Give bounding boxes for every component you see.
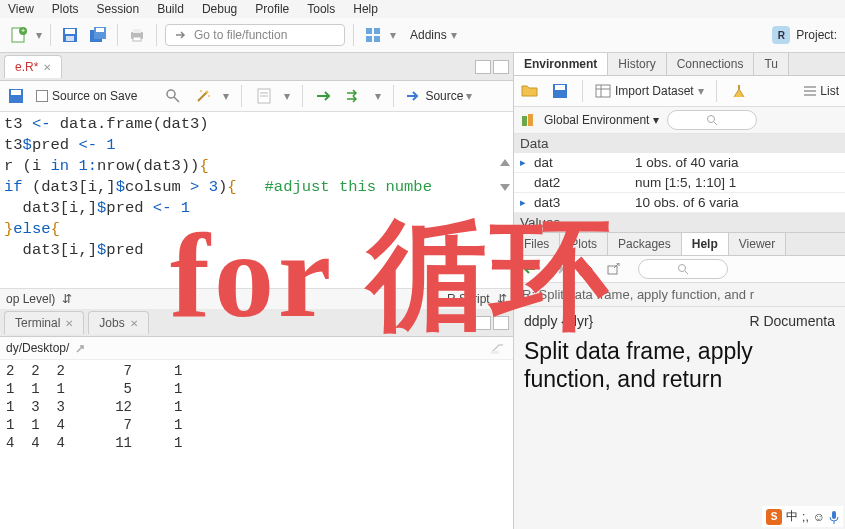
scrollbar-vertical[interactable] xyxy=(499,116,511,156)
close-icon[interactable]: ✕ xyxy=(65,318,73,329)
menu-debug[interactable]: Debug xyxy=(202,2,237,16)
goto-file-input[interactable]: Go to file/function xyxy=(165,24,345,46)
minimize-pane-icon[interactable] xyxy=(475,60,491,74)
menu-help[interactable]: Help xyxy=(353,2,378,16)
env-row[interactable]: ▸dat310 obs. of 6 varia xyxy=(514,193,845,213)
import-dataset-button[interactable]: Import Dataset▾ xyxy=(595,84,704,98)
svg-rect-30 xyxy=(596,85,610,97)
close-icon[interactable]: ✕ xyxy=(43,62,51,73)
menu-view[interactable]: View xyxy=(8,2,34,16)
env-row[interactable]: dat2num [1:5, 1:10] 1 xyxy=(514,173,845,193)
new-file-icon[interactable]: + xyxy=(8,24,30,46)
tab-tutorial[interactable]: Tu xyxy=(754,53,789,75)
ime-emoji-icon[interactable]: ☺ xyxy=(813,510,825,524)
svg-rect-13 xyxy=(374,28,380,34)
source-tabbar: e.R* ✕ xyxy=(0,53,513,81)
source-on-save-checkbox[interactable]: Source on Save xyxy=(36,89,137,103)
env-section-values: Values xyxy=(514,213,845,232)
ime-punct[interactable]: ;, xyxy=(802,510,809,524)
help-tabbar: Files Plots Packages Help Viewer xyxy=(514,233,845,256)
working-dir[interactable]: dy/Desktop/ xyxy=(6,341,69,355)
save-source-icon[interactable] xyxy=(6,87,26,105)
expand-icon[interactable]: ▸ xyxy=(520,196,530,209)
wand-icon[interactable] xyxy=(193,87,213,105)
run-line-icon[interactable] xyxy=(315,87,335,105)
svg-rect-12 xyxy=(366,28,372,34)
svg-rect-17 xyxy=(11,90,21,95)
back-icon[interactable] xyxy=(520,260,540,278)
maximize-pane-icon[interactable] xyxy=(493,316,509,330)
project-label[interactable]: Project: xyxy=(796,28,837,42)
menu-build[interactable]: Build xyxy=(157,2,184,16)
load-workspace-icon[interactable] xyxy=(520,82,540,100)
tab-connections[interactable]: Connections xyxy=(667,53,755,75)
list-view-button[interactable]: List xyxy=(803,84,839,98)
tab-packages[interactable]: Packages xyxy=(608,233,682,255)
forward-icon[interactable] xyxy=(548,260,568,278)
report-icon[interactable] xyxy=(254,87,274,105)
popout-icon[interactable] xyxy=(75,342,89,354)
save-all-icon[interactable] xyxy=(87,24,109,46)
tab-terminal[interactable]: Terminal✕ xyxy=(4,311,84,334)
env-row[interactable]: ▸dat1 obs. of 40 varia xyxy=(514,153,845,173)
help-toolbar xyxy=(514,256,845,283)
ime-status-tray: S 中 ;, ☺ xyxy=(762,506,843,527)
clear-console-icon[interactable] xyxy=(487,339,507,357)
print-icon[interactable] xyxy=(126,24,148,46)
language-selector[interactable]: R Script ⇵ xyxy=(447,292,507,306)
grid-icon[interactable] xyxy=(362,24,384,46)
tab-jobs[interactable]: Jobs✕ xyxy=(88,311,148,334)
env-data-table: Data ▸dat1 obs. of 40 variadat2num [1:5,… xyxy=(514,134,845,232)
tab-help[interactable]: Help xyxy=(682,233,729,255)
tab-environment[interactable]: Environment xyxy=(514,53,608,75)
search-icon xyxy=(677,263,689,275)
env-section-data: Data xyxy=(514,134,845,153)
maximize-pane-icon[interactable] xyxy=(493,60,509,74)
env-search-input[interactable] xyxy=(667,110,757,130)
find-icon[interactable] xyxy=(163,87,183,105)
svg-point-22 xyxy=(200,90,202,92)
svg-rect-10 xyxy=(133,29,141,33)
menu-profile[interactable]: Profile xyxy=(255,2,289,16)
env-scope-selector[interactable]: Global Environment ▾ xyxy=(544,113,659,127)
home-icon[interactable] xyxy=(576,260,596,278)
svg-rect-14 xyxy=(366,36,372,42)
tab-viewer[interactable]: Viewer xyxy=(729,233,786,255)
env-tabbar: Environment History Connections Tu xyxy=(514,53,845,76)
tab-history[interactable]: History xyxy=(608,53,666,75)
goto-arrow-icon xyxy=(174,28,188,42)
console-path-row: dy/Desktop/ xyxy=(0,337,513,360)
svg-rect-38 xyxy=(528,114,533,126)
svg-point-39 xyxy=(707,116,714,123)
minimize-pane-icon[interactable] xyxy=(475,316,491,330)
rerun-icon[interactable] xyxy=(345,87,365,105)
popout-help-icon[interactable] xyxy=(604,260,624,278)
close-icon[interactable]: ✕ xyxy=(130,318,138,329)
menu-session[interactable]: Session xyxy=(96,2,139,16)
svg-line-20 xyxy=(198,92,207,101)
source-tab[interactable]: e.R* ✕ xyxy=(4,55,62,78)
sogou-ime-icon[interactable]: S xyxy=(766,509,782,525)
menu-tools[interactable]: Tools xyxy=(307,2,335,16)
tab-files[interactable]: Files xyxy=(514,233,560,255)
console-output[interactable]: 2 2 2 7 1 1 1 1 5 1 1 3 3 12 1 1 1 4 7 1… xyxy=(0,360,513,529)
ime-mode[interactable]: 中 xyxy=(786,508,798,525)
save-workspace-icon[interactable] xyxy=(550,82,570,100)
scope-selector[interactable]: op Level) ⇵ xyxy=(6,292,72,306)
source-toolbar: Source on Save ▾ ▾ ▾ xyxy=(0,81,513,112)
source-button[interactable]: Source ▾ xyxy=(406,89,472,103)
addins-button[interactable]: Addins▾ xyxy=(402,25,465,45)
source-statusbar: op Level) ⇵ R Script ⇵ xyxy=(0,288,513,309)
svg-point-23 xyxy=(208,95,210,97)
clear-env-icon[interactable] xyxy=(729,82,749,100)
help-search-input[interactable] xyxy=(638,259,728,279)
svg-rect-44 xyxy=(832,511,836,519)
main-menu: View Plots Session Build Debug Profile T… xyxy=(0,0,845,18)
ime-mic-icon[interactable] xyxy=(829,510,839,524)
main-toolbar: + ▾ Go to file/function ▾ Addins▾ R Proj… xyxy=(0,18,845,53)
menu-plots[interactable]: Plots xyxy=(52,2,79,16)
expand-icon[interactable]: ▸ xyxy=(520,156,530,169)
save-icon[interactable] xyxy=(59,24,81,46)
tab-plots[interactable]: Plots xyxy=(560,233,608,255)
code-editor[interactable]: t3 <- data.frame(dat3)t3$pred <- 1r (i i… xyxy=(0,112,513,288)
